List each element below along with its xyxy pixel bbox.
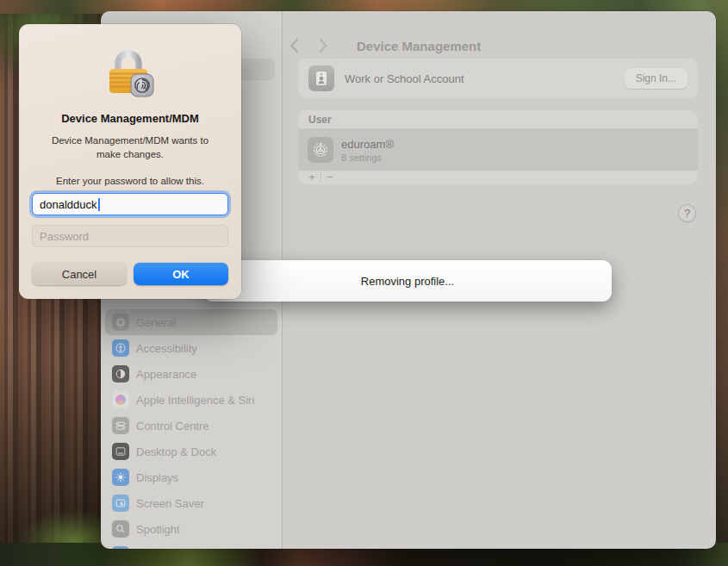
dialog-buttons: Cancel OK <box>32 263 228 285</box>
appearance-icon <box>112 365 129 383</box>
sidebar-item-label: Spotlight <box>136 523 180 536</box>
sidebar-item-general[interactable]: General <box>105 309 277 335</box>
sidebar-item-label: Appearance <box>136 368 196 381</box>
sidebar-item-label: Desktop & Dock <box>136 445 216 458</box>
toast-text: Removing profile... <box>361 275 454 288</box>
cancel-button[interactable]: Cancel <box>32 263 127 285</box>
sidebar-item-spotlight[interactable]: Spotlight <box>105 516 277 542</box>
account-card-label: Work or School Account <box>345 72 625 85</box>
profile-name: eduroam® <box>341 138 394 151</box>
chevron-right-icon <box>320 40 327 52</box>
help-button[interactable]: ? <box>678 204 696 222</box>
username-input[interactable]: donaldduck <box>32 193 228 215</box>
sidebar-item-desktop-dock[interactable]: Desktop & Dock <box>105 438 277 464</box>
sidebar-item-label: Accessibility <box>136 342 197 355</box>
screen-saver-icon <box>112 494 129 512</box>
user-section-header: User <box>298 110 698 129</box>
removing-profile-toast: Removing profile... <box>203 260 612 302</box>
sidebar-item-appearance[interactable]: Appearance <box>105 361 277 387</box>
siri-icon <box>112 391 129 408</box>
dialog-title: Device Management/MDM <box>19 112 241 125</box>
sidebar-list: General Accessibility Appearance Apple I… <box>105 309 277 542</box>
sidebar-item-label: Screen Saver <box>136 497 204 510</box>
sidebar-item-clipped-icon <box>112 546 129 549</box>
add-profile-button[interactable]: + <box>303 171 320 183</box>
forward-button[interactable] <box>312 34 334 57</box>
user-profiles-card: User eduroam® 8 settings + − <box>298 110 698 184</box>
text-caret <box>98 198 100 211</box>
sidebar-item-label: Apple Intelligence & Siri <box>136 394 254 407</box>
dialog-message: Device Management/MDM wants to make chan… <box>40 134 221 161</box>
displays-icon <box>112 469 129 486</box>
chevron-left-icon <box>291 40 297 52</box>
work-school-account-card: Work or School Account Sign In... <box>298 59 698 98</box>
padlock-fingerprint-icon <box>19 47 241 98</box>
dialog-prompt: Enter your password to allow this. <box>19 176 241 186</box>
control-centre-icon <box>112 417 129 434</box>
ok-button[interactable]: OK <box>134 263 228 285</box>
navigation-bar: Device Management <box>283 34 481 57</box>
spotlight-icon <box>112 520 129 538</box>
password-placeholder: Password <box>40 230 89 243</box>
sign-in-button[interactable]: Sign In... <box>625 68 688 89</box>
password-input[interactable]: Password <box>32 225 228 247</box>
gear-icon <box>112 314 129 331</box>
id-badge-icon <box>308 65 334 91</box>
auth-dialog: Device Management/MDM Device Management/… <box>19 24 241 299</box>
sidebar-item-label: General <box>136 316 176 329</box>
username-value: donaldduck <box>40 198 97 211</box>
profile-row-eduroam[interactable]: eduroam® 8 settings <box>298 129 698 171</box>
desktop-dock-icon <box>112 443 129 460</box>
sidebar-item-label: Control Centre <box>136 420 209 432</box>
sidebar-item-control-centre[interactable]: Control Centre <box>105 413 277 438</box>
profile-subtitle: 8 settings <box>341 152 394 163</box>
sidebar-item-accessibility[interactable]: Accessibility <box>105 335 277 361</box>
accessibility-icon <box>112 339 129 357</box>
profile-add-remove-bar: + − <box>298 171 698 183</box>
profile-gear-icon <box>308 137 333 163</box>
sidebar-item-label: Displays <box>136 471 178 484</box>
sidebar-item-apple-intelligence-siri[interactable]: Apple Intelligence & Siri <box>105 387 277 413</box>
back-button[interactable] <box>283 34 305 57</box>
sidebar-item-displays[interactable]: Displays <box>105 464 277 490</box>
remove-profile-button[interactable]: − <box>321 171 339 183</box>
sidebar-item-screen-saver[interactable]: Screen Saver <box>105 490 277 516</box>
page-title: Device Management <box>357 39 481 53</box>
